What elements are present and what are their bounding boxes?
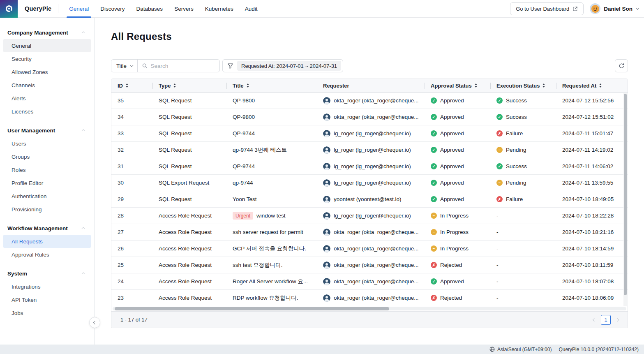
nav-right: Go to User Dashboard Daniel Son [510, 2, 644, 15]
sidebar-item-authentication[interactable]: Authentication [3, 190, 91, 203]
cell-requester: okta_roger (okta_roger@cheque... [317, 290, 425, 306]
requester-name: yoontest (yoontest@test.io) [334, 196, 402, 202]
tab-databases[interactable]: Databases [131, 0, 169, 18]
refresh-button[interactable] [615, 59, 628, 72]
sidebar-section-user-management[interactable]: User Management [0, 124, 94, 137]
table-row[interactable]: 23Access Role RequestRDP workflow 요청합니다.… [111, 290, 628, 306]
table-row[interactable]: 28Access Role RequestUrgentwindow testlg… [111, 208, 628, 224]
cell-id: 27 [111, 224, 152, 240]
cell-requested-at: 2024-07-10 18:07:08 [556, 273, 628, 289]
date-filter[interactable]: Requested At: 2024-07-01 ~ 2024-07-31 [222, 59, 343, 72]
cell-approval-status: ✓Approved [425, 142, 490, 158]
sidebar-item-general[interactable]: General [3, 39, 91, 52]
column-header-requested-at[interactable]: Requested At [556, 79, 628, 92]
sidebar-item-jobs[interactable]: Jobs [3, 306, 91, 319]
urgent-badge: Urgent [233, 212, 253, 220]
refresh-icon [619, 63, 625, 69]
requester-name: lg_roger (lg_roger@chequer.io) [334, 147, 411, 153]
sidebar-section-label: User Management [7, 127, 55, 134]
sidebar-item-alerts[interactable]: Alerts [3, 92, 91, 105]
cell-id: 34 [111, 109, 152, 125]
tab-servers[interactable]: Servers [169, 0, 199, 18]
cell-title: qp-9744 [226, 175, 317, 191]
vertical-scrollbar-thumb[interactable] [624, 94, 627, 295]
cell-requester: lg_roger (lg_roger@chequer.io) [317, 158, 425, 174]
querypie-logo-icon [0, 0, 18, 18]
cell-requester: okta_roger (okta_roger@cheque... [317, 273, 425, 289]
sidebar-item-provisioning[interactable]: Provisioning [3, 203, 91, 216]
column-header-approval-status[interactable]: Approval Status [425, 79, 490, 92]
table-body: 35SQL RequestQP-9800okta_roger (okta_rog… [111, 93, 628, 306]
previous-page-icon[interactable] [593, 318, 596, 321]
title-text: QP-9744 [233, 130, 255, 137]
next-page-icon[interactable] [616, 318, 619, 321]
sidebar-section-workflow-management[interactable]: Workflow Management [0, 222, 94, 235]
table-row[interactable]: 34SQL RequestQP-9800okta_roger (okta_rog… [111, 109, 628, 125]
top-navbar: QueryPie GeneralDiscoveryDatabasesServer… [0, 0, 644, 18]
go-to-user-dashboard-button[interactable]: Go to User Dashboard [510, 2, 584, 15]
sidebar: Company ManagementGeneralSecurityAllowed… [0, 18, 95, 345]
sidebar-item-licenses[interactable]: Licenses [3, 105, 91, 118]
table-row[interactable]: 30SQL Export Requestqp-9744lg_roger (lg_… [111, 175, 628, 191]
table-row[interactable]: 27Access Role Requestssh server request … [111, 224, 628, 241]
table-row[interactable]: 35SQL RequestQP-9800okta_roger (okta_rog… [111, 93, 628, 109]
tab-general[interactable]: General [63, 0, 95, 18]
sidebar-item-groups[interactable]: Groups [3, 150, 91, 163]
sidebar-item-profile-editor[interactable]: Profile Editor [3, 176, 91, 190]
search-field-select[interactable]: Title [111, 60, 138, 72]
table-row[interactable]: 29SQL RequestYoon Testyoontest (yoontest… [111, 191, 628, 208]
sidebar-item-api-token[interactable]: API Token [3, 293, 91, 306]
sidebar-item-users[interactable]: Users [3, 137, 91, 150]
sidebar-item-roles[interactable]: Roles [3, 163, 91, 176]
table-row[interactable]: 25Access Role Requestssh test 요청합니다.okta… [111, 257, 628, 273]
cell-title: GCP 서버 접속을 요청합니다. [226, 241, 317, 257]
sidebar-item-approval-rules[interactable]: Approval Rules [3, 248, 91, 261]
sidebar-section-company-management[interactable]: Company Management [0, 26, 94, 39]
sidebar-collapse-button[interactable] [89, 317, 100, 328]
column-header-title[interactable]: Title [226, 79, 317, 92]
status-label: Pending [506, 180, 526, 186]
sidebar-sections: Company ManagementGeneralSecurityAllowed… [0, 26, 94, 319]
sidebar-item-integrations[interactable]: Integrations [3, 280, 91, 293]
column-header-type[interactable]: Type [152, 79, 226, 92]
column-label: Title [233, 83, 244, 89]
tab-audit[interactable]: Audit [239, 0, 263, 18]
sidebar-item-channels[interactable]: Channels [3, 79, 91, 92]
sidebar-item-all-requests[interactable]: All Requests [3, 235, 91, 248]
cell-type: Access Role Request [152, 224, 226, 240]
sidebar-item-allowed-zones[interactable]: Allowed Zones [3, 65, 91, 79]
status-label: In Progress [440, 229, 469, 235]
page-number-button[interactable]: 1 [601, 315, 611, 325]
table-row[interactable]: 24Access Role RequestRoger All Server wo… [111, 273, 628, 290]
tab-kubernetes[interactable]: Kubernetes [199, 0, 239, 18]
vertical-scrollbar[interactable] [623, 93, 627, 306]
requester-avatar [323, 229, 330, 236]
title-text: QP-9800 [233, 114, 255, 120]
requester-avatar [323, 97, 330, 104]
tab-discovery[interactable]: Discovery [95, 0, 130, 18]
cell-title: QP-9800 [226, 109, 317, 125]
sidebar-item-security[interactable]: Security [3, 52, 91, 65]
cell-execution-status: ✗Failure [490, 191, 556, 207]
cell-requested-at: 2024-07-12 15:52:56 [556, 93, 628, 109]
chevron-left-icon [93, 321, 96, 324]
cell-title: ssh test 요청합니다. [226, 257, 317, 273]
table-row[interactable]: 33SQL RequestQP-9744lg_roger (lg_roger@c… [111, 125, 628, 142]
status-failure-icon: ✗ [496, 196, 503, 202]
sidebar-section-system[interactable]: System [0, 267, 94, 280]
requester-name: okta_roger (okta_roger@cheque... [334, 278, 419, 285]
chevron-up-icon [81, 129, 85, 132]
search-input[interactable] [150, 63, 215, 69]
table-row[interactable]: 31SQL RequestQP-9744lg_roger (lg_roger@c… [111, 158, 628, 175]
title-text: ssh server request for permit [233, 229, 303, 235]
cell-id: 25 [111, 257, 152, 273]
page-title: All Requests [111, 31, 628, 42]
table-row[interactable]: 32SQL Requestqp-9744 3번째 테스트lg_roger (lg… [111, 142, 628, 158]
column-header-id[interactable]: ID [111, 79, 152, 92]
table-row[interactable]: 26Access Role RequestGCP 서버 접속을 요청합니다.ok… [111, 241, 628, 257]
status-pending-icon: − [431, 213, 437, 219]
status-label: Approved [440, 114, 464, 120]
horizontal-scrollbar-thumb[interactable] [115, 307, 389, 310]
column-header-execution-status[interactable]: Execution Status [490, 79, 556, 92]
user-menu[interactable]: Daniel Son [590, 3, 638, 14]
